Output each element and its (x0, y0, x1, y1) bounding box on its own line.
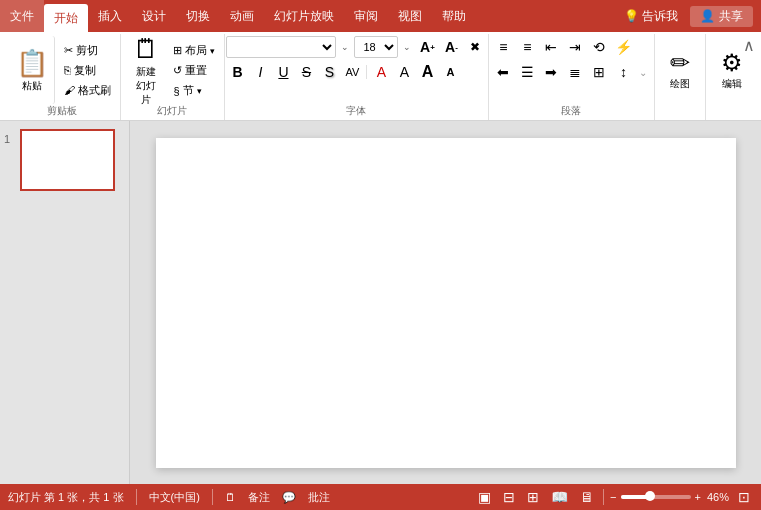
line-spacing-btn[interactable]: ↕ (612, 61, 634, 83)
zoom-track[interactable] (621, 495, 691, 499)
section-arrow: ▾ (197, 86, 202, 96)
ribbon-toolbar: 📋 粘贴 ✂ 剪切 ⎘ 复制 🖌 格式刷 剪贴板 (0, 32, 761, 120)
bold-button[interactable]: B (226, 61, 248, 83)
lightbulb-btn[interactable]: 💡 告诉我 (616, 6, 686, 27)
new-slide-label: 新建幻灯片 (132, 65, 160, 107)
slide-panel: 1 (0, 121, 130, 484)
slide-thumb-wrapper: 1 (4, 129, 125, 191)
reading-view-btn[interactable]: 📖 (548, 488, 571, 506)
notes-icon: 🗒 (225, 491, 236, 503)
slides-group: 🗒 新建幻灯片 ⊞ 布局 ▾ ↺ 重置 § 节 (121, 34, 225, 120)
ribbon: 📋 粘贴 ✂ 剪切 ⎘ 复制 🖌 格式刷 剪贴板 (0, 32, 761, 121)
zoom-minus-btn[interactable]: − (610, 491, 616, 503)
copy-label: 复制 (74, 63, 96, 78)
zoom-plus-btn[interactable]: + (695, 491, 701, 503)
font-size-expand[interactable]: ⌄ (400, 36, 414, 58)
presenter-view-btn[interactable]: 🖥 (577, 488, 597, 506)
draw-button[interactable]: ✏ 绘图 (660, 42, 700, 98)
indent-more-btn[interactable]: ⇥ (564, 36, 586, 58)
new-slide-button[interactable]: 🗒 新建幻灯片 (126, 36, 166, 104)
share-button[interactable]: 👤 共享 (690, 6, 753, 27)
text-direction-btn[interactable]: ⟲ (588, 36, 610, 58)
clipboard-label: 剪贴板 (4, 104, 120, 118)
font-size-decrease[interactable]: A- (440, 36, 462, 58)
shadow-button[interactable]: S (318, 61, 340, 83)
layout-icon: ⊞ (173, 44, 182, 57)
layout-arrow: ▾ (210, 46, 215, 56)
cut-button[interactable]: ✂ 剪切 (61, 42, 114, 59)
menu-item-file[interactable]: 文件 (0, 0, 44, 32)
main-area: 1 (0, 121, 761, 484)
normal-view-btn[interactable]: ▣ (475, 488, 494, 506)
zoom-percent-label: 46% (707, 491, 729, 503)
bullets-btn[interactable]: ≡ (492, 36, 514, 58)
clipboard-sub: ✂ 剪切 ⎘ 复制 🖌 格式刷 (61, 36, 114, 104)
paste-button[interactable]: 📋 粘贴 (10, 36, 55, 104)
reset-icon: ↺ (173, 64, 182, 77)
font-name-expand[interactable]: ⌄ (338, 36, 352, 58)
menu-item-design[interactable]: 设计 (132, 0, 176, 32)
columns-btn[interactable]: ⊞ (588, 61, 610, 83)
menu-item-view[interactable]: 视图 (388, 0, 432, 32)
slide-canvas[interactable] (156, 138, 736, 468)
slide-sorter-btn[interactable]: ⊞ (524, 488, 542, 506)
align-right-btn[interactable]: ➡ (540, 61, 562, 83)
font-label: 字体 (225, 104, 488, 118)
paste-icon: 📋 (16, 48, 48, 79)
zoom-slider[interactable]: − + (610, 491, 701, 503)
clear-format-btn[interactable]: ✖ (464, 36, 486, 58)
notes-label[interactable]: 备注 (248, 490, 270, 505)
new-slide-icon: 🗒 (133, 34, 159, 65)
outline-view-btn[interactable]: ⊟ (500, 488, 518, 506)
ribbon-collapse-btn[interactable]: ∧ (741, 34, 757, 57)
convert-smartart-btn[interactable]: ⚡ (612, 36, 634, 58)
menu-item-home[interactable]: 开始 (44, 4, 88, 32)
menu-item-animations[interactable]: 动画 (220, 0, 264, 32)
slides-label: 幻灯片 (121, 104, 224, 118)
copy-button[interactable]: ⎘ 复制 (61, 62, 114, 79)
justify-btn[interactable]: ≣ (564, 61, 586, 83)
menu-item-insert[interactable]: 插入 (88, 0, 132, 32)
slide-info-label: 幻灯片 第 1 张，共 1 张 (8, 490, 124, 505)
layout-label: 布局 (185, 43, 207, 58)
paste-label: 粘贴 (22, 79, 42, 93)
menu-item-help[interactable]: 帮助 (432, 0, 476, 32)
status-divider-1 (136, 489, 137, 505)
align-center-btn[interactable]: ☰ (516, 61, 538, 83)
font-color-btn[interactable]: A (370, 61, 392, 83)
menu-item-review[interactable]: 审阅 (344, 0, 388, 32)
strikethrough-button[interactable]: S (295, 61, 317, 83)
paragraph-group: ≡ ≡ ⇤ ⇥ ⟲ ⚡ ⬅ ☰ ➡ ≣ ⊞ ↕ ⌄ 段落 (489, 34, 655, 120)
slide-thumbnail[interactable] (20, 129, 115, 191)
menu-item-transitions[interactable]: 切换 (176, 0, 220, 32)
status-divider-3 (603, 489, 604, 505)
layout-button[interactable]: ⊞ 布局 ▾ (170, 42, 218, 59)
align-left-btn[interactable]: ⬅ (492, 61, 514, 83)
font-name-select[interactable] (226, 36, 336, 58)
indent-less-btn[interactable]: ⇤ (540, 36, 562, 58)
font-size-select[interactable]: 18 (354, 36, 398, 58)
font-row-1: ⌄ 18 ⌄ A+ A- ✖ (226, 36, 486, 58)
format-painter-button[interactable]: 🖌 格式刷 (61, 82, 114, 99)
paragraph-expand[interactable]: ⌄ (636, 61, 650, 83)
status-divider-2 (212, 489, 213, 505)
underline-button[interactable]: U (272, 61, 294, 83)
menu-right-area: 💡 告诉我 👤 共享 (616, 0, 761, 32)
para-row-2: ⬅ ☰ ➡ ≣ ⊞ ↕ ⌄ (492, 61, 650, 83)
slide-number-label: 1 (4, 133, 16, 145)
reset-button[interactable]: ↺ 重置 (170, 62, 218, 79)
fit-page-btn[interactable]: ⊡ (735, 488, 753, 506)
language-label: 中文(中国) (149, 490, 200, 505)
italic-button[interactable]: I (249, 61, 271, 83)
zoom-thumb (645, 491, 655, 501)
font-size-bigA[interactable]: A (416, 61, 438, 83)
numbered-btn[interactable]: ≡ (516, 36, 538, 58)
font-size-increase[interactable]: A+ (416, 36, 438, 58)
section-button[interactable]: § 节 ▾ (170, 82, 218, 99)
menu-item-slideshow[interactable]: 幻灯片放映 (264, 0, 344, 32)
highlight-btn[interactable]: A (393, 61, 415, 83)
font-size-smallA[interactable]: A (439, 61, 461, 83)
comments-label[interactable]: 批注 (308, 490, 330, 505)
cut-icon: ✂ (64, 44, 73, 57)
char-spacing-btn[interactable]: AV (341, 61, 363, 83)
